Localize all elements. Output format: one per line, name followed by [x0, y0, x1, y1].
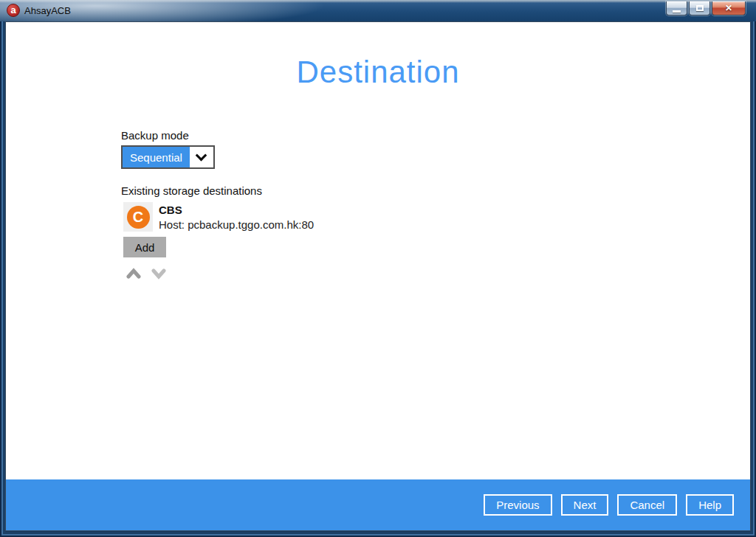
ahsay-logo-icon: a	[7, 4, 20, 17]
destination-list-item[interactable]: C CBS Host: pcbackup.tggo.com.hk:80	[123, 202, 314, 232]
previous-button[interactable]: Previous	[484, 494, 551, 516]
window-title: AhsayACB	[24, 5, 71, 16]
backup-mode-select[interactable]: Sequential	[121, 145, 215, 169]
add-destination-button[interactable]: Add	[123, 237, 166, 257]
backup-mode-label: Backup mode	[121, 129, 189, 142]
wizard-content: Destination Backup mode Sequential Exist…	[5, 21, 751, 531]
backup-mode-dropdown-button[interactable]	[190, 147, 213, 167]
page-title: Destination	[6, 55, 750, 90]
backup-mode-selected-value: Sequential	[123, 147, 190, 167]
move-up-chevron-icon[interactable]	[126, 267, 141, 280]
close-button[interactable]: ✕	[712, 1, 746, 15]
next-button[interactable]: Next	[561, 494, 609, 516]
close-icon: ✕	[725, 3, 732, 13]
move-down-chevron-icon[interactable]	[151, 267, 166, 280]
chevron-down-icon	[196, 149, 207, 161]
cancel-button[interactable]: Cancel	[617, 494, 677, 516]
minimize-icon	[673, 10, 681, 13]
help-button[interactable]: Help	[686, 494, 734, 516]
destination-name: CBS	[159, 203, 314, 218]
destination-host: Host: pcbackup.tggo.com.hk:80	[159, 218, 314, 232]
maximize-icon	[696, 5, 704, 11]
wizard-footer: Previous Next Cancel Help	[6, 479, 750, 530]
window-controls: ✕	[666, 1, 746, 15]
app-window: a AhsayACB ✕ Destination Backup mode Seq…	[0, 0, 756, 537]
maximize-button[interactable]	[689, 1, 710, 15]
minimize-button[interactable]	[666, 1, 687, 15]
titlebar[interactable]: a AhsayACB ✕	[0, 0, 756, 21]
reorder-controls	[126, 267, 166, 280]
existing-destinations-label: Existing storage destinations	[121, 184, 262, 197]
cbs-storage-icon: C	[123, 202, 153, 232]
